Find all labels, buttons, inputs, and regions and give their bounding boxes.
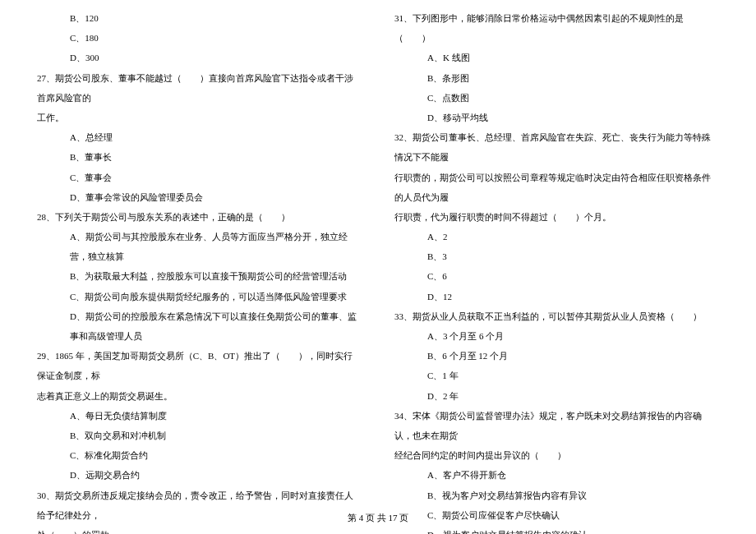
question-28: 28、下列关于期货公司与股东关系的表述中，正确的是（ ） bbox=[37, 207, 362, 227]
option-text: C、点数图 bbox=[394, 88, 719, 108]
question-32: 32、期货公司董事长、总经理、首席风险官在失踪、死亡、丧失行为能力等特殊情况下不… bbox=[394, 127, 719, 167]
option-text: B、视为客户对交易结算报告内容有异议 bbox=[394, 486, 719, 505]
option-text: C、期货公司向股东提供期货经纪服务的，可以适当降低风险管理要求 bbox=[37, 287, 362, 306]
option-text: A、2 bbox=[394, 227, 719, 246]
left-column: B、120 C、180 D、300 27、期货公司股东、董事不能越过（ ）直接向… bbox=[29, 8, 378, 509]
option-text: A、期货公司与其控股股东在业务、人员等方面应当严格分开，独立经营，独立核算 bbox=[37, 227, 362, 266]
option-text: C、董事会 bbox=[37, 168, 362, 187]
question-31: 31、下列图形中，能够消除日常价格运动中偶然因素引起的不规则性的是（ ） bbox=[394, 8, 719, 48]
option-text: B、条形图 bbox=[394, 68, 719, 88]
option-text: B、双向交易和对冲机制 bbox=[37, 426, 362, 445]
option-text: D、12 bbox=[394, 287, 719, 306]
question-27: 27、期货公司股东、董事不能越过（ ）直接向首席风险官下达指令或者干涉首席风险官… bbox=[37, 68, 362, 108]
option-text: A、客户不得开新仓 bbox=[394, 465, 719, 485]
option-text: B、6 个月至 12 个月 bbox=[394, 346, 719, 366]
option-text: D、300 bbox=[37, 48, 362, 67]
option-text: B、董事长 bbox=[37, 147, 362, 167]
question-33: 33、期货从业人员获取不正当利益的，可以暂停其期货从业人员资格（ ） bbox=[394, 306, 719, 326]
option-text: D、远期交易合约 bbox=[37, 465, 362, 485]
option-text: C、1 年 bbox=[394, 366, 719, 385]
option-text: A、K 线图 bbox=[394, 48, 719, 67]
question-29: 29、1865 年，美国芝加哥期货交易所（C、B、OT）推出了（ ），同时实行保… bbox=[37, 346, 362, 385]
question-34-cont: 经纪合同约定的时间内提出异议的（ ） bbox=[394, 445, 719, 465]
option-text: C、6 bbox=[394, 266, 719, 286]
question-34: 34、宋体《期货公司监督管理办法》规定，客户既未对交易结算报告的内容确认，也未在… bbox=[394, 406, 719, 445]
option-text: B、3 bbox=[394, 246, 719, 266]
question-32-cont1: 行职责的，期货公司可以按照公司章程等规定临时决定由符合相应任职资格条件的人员代为… bbox=[394, 168, 719, 207]
option-text: B、120 bbox=[37, 8, 362, 28]
option-text: C、180 bbox=[37, 28, 362, 48]
option-text: D、董事会常设的风险管理委员会 bbox=[37, 187, 362, 207]
option-text: A、总经理 bbox=[37, 127, 362, 147]
page-footer: 第 4 页 共 17 页 bbox=[0, 508, 756, 527]
option-text: A、每日无负债结算制度 bbox=[37, 406, 362, 426]
question-29-cont: 志着真正意义上的期货交易诞生。 bbox=[37, 386, 362, 406]
question-27-cont: 工作。 bbox=[37, 108, 362, 127]
option-text: B、为获取最大利益，控股股东可以直接干预期货公司的经营管理活动 bbox=[37, 266, 362, 286]
option-text: D、期货公司的控股股东在紧急情况下可以直接任免期货公司的董事、监事和高级管理人员 bbox=[37, 306, 362, 346]
option-text: D、移动平均线 bbox=[394, 108, 719, 127]
option-text: C、标准化期货合约 bbox=[37, 445, 362, 465]
option-text: D、2 年 bbox=[394, 386, 719, 406]
right-column: 31、下列图形中，能够消除日常价格运动中偶然因素引起的不规则性的是（ ） A、K… bbox=[378, 8, 727, 509]
question-32-cont2: 行职责，代为履行职责的时间不得超过（ ）个月。 bbox=[394, 207, 719, 227]
page-content: B、120 C、180 D、300 27、期货公司股东、董事不能越过（ ）直接向… bbox=[0, 0, 756, 509]
option-text: A、3 个月至 6 个月 bbox=[394, 326, 719, 346]
